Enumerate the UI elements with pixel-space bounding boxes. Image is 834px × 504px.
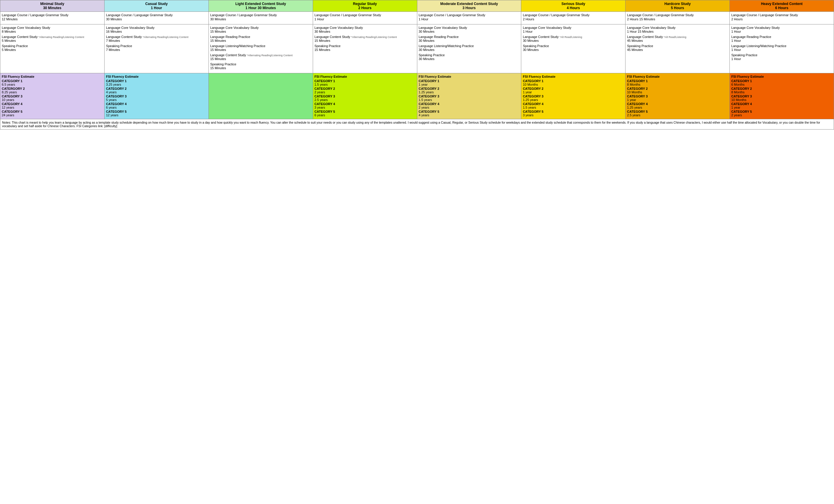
header-regular: Regular Study2 Hours (313, 0, 417, 12)
fluency-category: CATEGORY 5 (106, 110, 207, 113)
fluency-value: 6 years (106, 106, 207, 109)
fluency-row: FSI Fluency EstimateCATEGORY 16.5 yearsC… (0, 73, 834, 119)
fluency-value: 2 years (314, 90, 416, 94)
col-duration: 5 Hours (627, 6, 728, 10)
fluency-value: 3 years (523, 113, 624, 117)
header-casual: Casual Study1 Hour (104, 0, 208, 12)
activity-time: 8 Minutes (2, 30, 103, 33)
fluency-category: CATEGORY 4 (314, 102, 416, 106)
activity-time: 30 Minutes (210, 17, 311, 21)
activity-time: 15 Minutes (314, 48, 416, 51)
header-serious: Serious Study4 Hours (521, 0, 626, 12)
fluency-category: CATEGORY 1 (731, 79, 832, 83)
activity-time: 30 Minutes (523, 39, 624, 42)
activity-note: *Alternating Reading/Listening Content (143, 36, 189, 39)
activity-name: Language Listening/Watching Practice (731, 44, 832, 48)
fluency-category: CATEGORY 2 (523, 87, 624, 90)
fluency-value: 4 years (106, 90, 207, 94)
fluency-cell-minimal: FSI Fluency EstimateCATEGORY 16.5 yearsC… (0, 73, 105, 119)
header-row: Minimal Study30 MinutesCasual Study1 Hou… (0, 0, 834, 12)
activity-time: 1 Hour (314, 17, 416, 21)
activity-note: *Alt Read/Listening (664, 36, 686, 39)
fluency-value: 10 Months (627, 90, 728, 94)
activity-name: Speaking Practice (106, 44, 207, 48)
activity-name: Language Course / Language Grammar Study (627, 13, 728, 17)
activity-time: 5 Minutes (2, 39, 103, 42)
notes-row: Notes: This chart is meant to help you l… (0, 119, 834, 130)
activity-time: 15 Minutes (210, 39, 311, 42)
grammar-cell-regular: Language Course / Language Grammar Study… (313, 12, 417, 24)
fluency-value: 3.25 years (106, 83, 207, 86)
fluency-value: 1 year (627, 98, 728, 101)
fluency-value: 2.5 years (627, 113, 728, 117)
fluency-value: 1.5 years (419, 98, 520, 101)
activity-name: Speaking Practice (731, 53, 832, 57)
fluency-cell-heavy: FSI Fluency EstimateCATEGORY 16 MonthsCA… (730, 73, 834, 119)
fluency-value: 10 years (2, 98, 103, 101)
fluency-category: CATEGORY 2 (419, 87, 520, 90)
activities-cell-casual: Language Core Vocabulary Study16 Minutes… (104, 24, 208, 73)
activity-name: Language Reading Practice (419, 35, 520, 39)
fluency-cell-regular: FSI Fluency EstimateCATEGORY 11.5 yearsC… (313, 73, 417, 119)
fluency-category: CATEGORY 4 (2, 102, 103, 106)
col-duration: 1 Hour (106, 6, 207, 10)
activities-row: Language Core Vocabulary Study8 MinutesL… (0, 24, 834, 73)
fluency-category: CATEGORY 5 (314, 110, 416, 113)
activity-time: 15 Minutes (314, 39, 416, 42)
fluency-category: CATEGORY 5 (627, 110, 728, 113)
activity-time: 1 Hour (523, 30, 624, 33)
fluency-value: 1.25 years (627, 106, 728, 109)
fluency-category: CATEGORY 1 (2, 79, 103, 83)
fluency-value: 4 years (419, 113, 520, 117)
fluency-category: CATEGORY 4 (731, 102, 832, 106)
fluency-value: 8 Months (627, 83, 728, 86)
activity-name: Language Content Study *Alternating Read… (210, 53, 311, 57)
activity-time: 15 Minutes (210, 57, 311, 61)
col-duration: 1 Hour 30 Minutes (211, 6, 311, 10)
fluency-label: FSI Fluency Estimate (314, 75, 416, 78)
activity-name: Language Core Vocabulary Study (210, 26, 311, 29)
activity-name: Language Core Vocabulary Study (523, 26, 624, 29)
grammar-cell-moderate: Language Course / Language Grammar Study… (417, 12, 521, 24)
fluency-value: 2 years (419, 106, 520, 109)
activity-note: *Alternating Reading/Listening Content (247, 54, 293, 57)
activity-name: Language Course / Language Grammar Study (210, 13, 311, 17)
fluency-label: FSI Fluency Estimate (2, 75, 103, 78)
fluency-value: 12 years (106, 113, 207, 117)
activity-name: Speaking Practice (627, 44, 728, 48)
fluency-value: 5 years (106, 98, 207, 101)
fluency-value: 1 year (523, 90, 624, 94)
fluency-value: 24 years (2, 113, 103, 117)
activity-note: *Alternating Reading/Listening Content (39, 36, 84, 39)
fluency-label: FSI Fluency Estimate (627, 75, 728, 78)
activity-name: Speaking Practice (314, 44, 416, 48)
fluency-category: CATEGORY 4 (523, 102, 624, 106)
fluency-category: CATEGORY 1 (627, 79, 728, 83)
fluency-value: 10 Months (523, 83, 624, 86)
fluency-category: CATEGORY 2 (106, 87, 207, 90)
grammar-cell-minimal: Language Course / Language Grammar Study… (0, 12, 105, 24)
notes-cell: Notes: This chart is meant to help you l… (0, 119, 834, 130)
fluency-category: CATEGORY 5 (2, 110, 103, 113)
grammar-cell-hardcore: Language Course / Language Grammar Study… (626, 12, 730, 24)
fluency-category: CATEGORY 1 (523, 79, 624, 83)
activity-name: Language Core Vocabulary Study (731, 26, 832, 29)
fluency-value: 8.25 years (2, 90, 103, 94)
fluency-value: 1 year (419, 83, 520, 86)
activity-time: 2 Hours (523, 17, 624, 21)
fluency-category: CATEGORY 3 (731, 94, 832, 98)
col-title: Hardcore Study (627, 2, 728, 6)
fluency-category: CATEGORY 1 (314, 79, 416, 83)
activities-cell-serious: Language Core Vocabulary Study1 HourLang… (521, 24, 626, 73)
activity-time: 30 Minutes (314, 30, 416, 33)
activity-name: Language Course / Language Grammar Study (314, 13, 416, 17)
grammar-cell-casual: Language Course / Language Grammar Study… (104, 12, 208, 24)
grammar-row: Language Course / Language Grammar Study… (0, 12, 834, 24)
fluency-cell-light (208, 73, 313, 119)
fluency-value: 10 Months (731, 98, 832, 101)
col-title: Minimal Study (2, 2, 103, 6)
fluency-label: FSI Fluency Estimate (731, 75, 832, 78)
fluency-category: CATEGORY 5 (731, 110, 832, 113)
col-title: Regular Study (315, 2, 415, 6)
col-title: Light Extended Content Study (211, 2, 311, 6)
